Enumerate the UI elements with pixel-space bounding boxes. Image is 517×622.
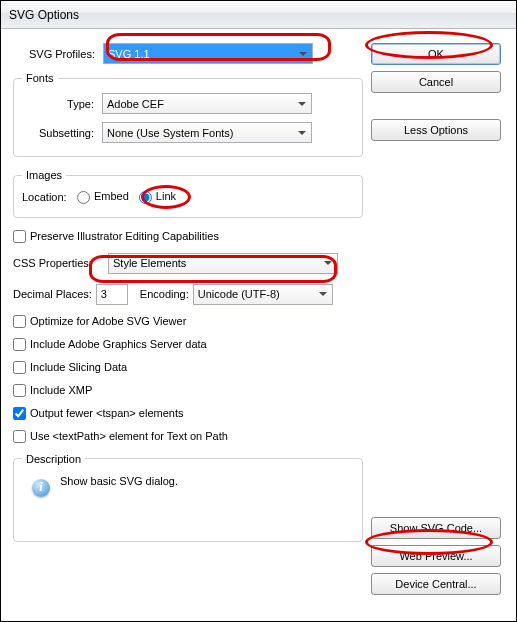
ok-button[interactable]: OK [371,43,501,65]
titlebar: SVG Options [1,1,516,29]
slicing-checkbox[interactable] [13,361,26,374]
location-embed-radio[interactable]: Embed [77,190,129,204]
preserve-label: Preserve Illustrator Editing Capabilitie… [30,230,219,242]
fonts-group: Fonts Type: Adobe CEF Subsetting: None (… [13,72,363,157]
description-legend: Description [22,453,85,465]
css-properties-label: CSS Properties: [13,257,108,269]
fonts-legend: Fonts [22,72,58,84]
cancel-button[interactable]: Cancel [371,71,501,93]
location-label: Location: [22,191,77,203]
encoding-label: Encoding: [128,288,193,300]
decimal-places-label: Decimal Places: [13,288,96,300]
description-group: Description i Show basic SVG dialog. [13,453,363,542]
textpath-checkbox[interactable] [13,430,26,443]
decimal-places-input[interactable] [96,284,128,305]
svg-profiles-label: SVG Profiles: [13,48,103,60]
preserve-checkbox[interactable] [13,230,26,243]
xmp-checkbox[interactable] [13,384,26,397]
location-link-radio[interactable]: Link [139,190,176,204]
css-properties-select[interactable]: Style Elements [108,253,338,274]
optimize-checkbox[interactable] [13,315,26,328]
fewer-tspan-checkbox[interactable] [13,407,26,420]
svg-profiles-select[interactable]: SVG 1.1 [103,43,313,64]
font-type-select[interactable]: Adobe CEF [102,93,312,114]
images-group: Images Location: Embed Link [13,169,363,218]
show-svg-code-button[interactable]: Show SVG Code... [371,517,501,539]
web-preview-button[interactable]: Web Preview... [371,545,501,567]
window-title: SVG Options [9,8,79,22]
font-subsetting-label: Subsetting: [22,127,102,139]
device-central-button[interactable]: Device Central... [371,573,501,595]
font-type-label: Type: [22,98,102,110]
graphics-server-checkbox[interactable] [13,338,26,351]
font-subsetting-select[interactable]: None (Use System Fonts) [102,122,312,143]
description-text: Show basic SVG dialog. [60,475,178,487]
info-icon: i [32,479,50,497]
encoding-select[interactable]: Unicode (UTF-8) [193,284,333,305]
images-legend: Images [22,169,66,181]
less-options-button[interactable]: Less Options [371,119,501,141]
